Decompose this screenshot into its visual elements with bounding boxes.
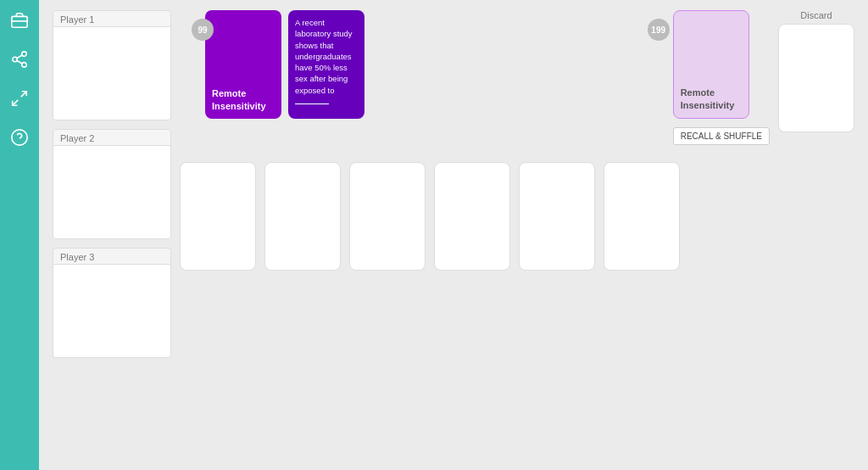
right-deck-row: 199 Remote Insensitivity — [648, 10, 749, 119]
recall-shuffle-button[interactable]: RECALL & SHUFFLE — [673, 127, 770, 145]
hand-card-3[interactable] — [349, 162, 426, 271]
discard-label: Discard — [778, 10, 854, 20]
right-deck-count: 199 — [648, 19, 670, 41]
purple-card-text: Remote Insensitivity — [212, 87, 275, 112]
hand-card-2[interactable] — [264, 162, 341, 271]
svg-point-9 — [12, 130, 27, 145]
player2-card-area — [53, 145, 170, 238]
cards-top-row: 99 Remote Insensitivity A recent laborat… — [180, 10, 770, 148]
discard-panel: Discard — [778, 10, 854, 460]
svg-point-3 — [13, 57, 18, 62]
main-area: Player 1 Player 2 Player 3 99 — [39, 0, 868, 470]
svg-line-6 — [17, 55, 22, 59]
hand-card-1[interactable] — [180, 162, 256, 271]
black-card-text: A recent laboratory study shows that und… — [295, 17, 358, 107]
player1-label: Player 1 — [53, 11, 170, 26]
player2-label: Player 2 — [53, 130, 170, 145]
svg-rect-0 — [12, 16, 27, 27]
player3-label: Player 3 — [53, 249, 170, 264]
svg-line-7 — [21, 92, 26, 97]
left-deck-count: 99 — [192, 19, 214, 41]
purple-answer-card[interactable]: Remote Insensitivity — [205, 10, 281, 119]
svg-line-8 — [13, 100, 18, 105]
svg-point-4 — [22, 63, 27, 68]
black-question-card[interactable]: A recent laboratory study shows that und… — [288, 10, 364, 119]
left-deck-wrapper: 99 Remote Insensitivity — [180, 10, 281, 119]
light-purple-card[interactable]: Remote Insensitivity — [673, 10, 749, 119]
player3-card-area — [53, 264, 170, 357]
briefcase-icon[interactable] — [8, 8, 31, 32]
game-area: 99 Remote Insensitivity A recent laborat… — [180, 10, 770, 460]
svg-line-5 — [17, 60, 22, 64]
right-deck-wrapper: 199 Remote Insensitivity RECALL & SHUFFL… — [648, 10, 770, 145]
hand-card-6[interactable] — [604, 162, 680, 271]
share-icon[interactable] — [8, 48, 31, 71]
light-purple-card-text: Remote Insensitivity — [681, 87, 742, 111]
hand-cards-row — [180, 162, 770, 271]
svg-point-2 — [22, 52, 27, 57]
player2-box: Player 2 — [53, 129, 171, 239]
sidebar — [0, 0, 39, 470]
fullscreen-icon[interactable] — [8, 87, 31, 110]
player1-card-area — [53, 26, 170, 120]
player1-box: Player 1 — [53, 10, 171, 120]
blank-line — [295, 104, 329, 104]
discard-card[interactable] — [778, 24, 854, 132]
hand-card-4[interactable] — [434, 162, 510, 271]
help-icon[interactable] — [8, 126, 31, 149]
players-panel: Player 1 Player 2 Player 3 — [53, 10, 171, 460]
hand-card-5[interactable] — [519, 162, 595, 271]
player3-box: Player 3 — [53, 248, 171, 358]
